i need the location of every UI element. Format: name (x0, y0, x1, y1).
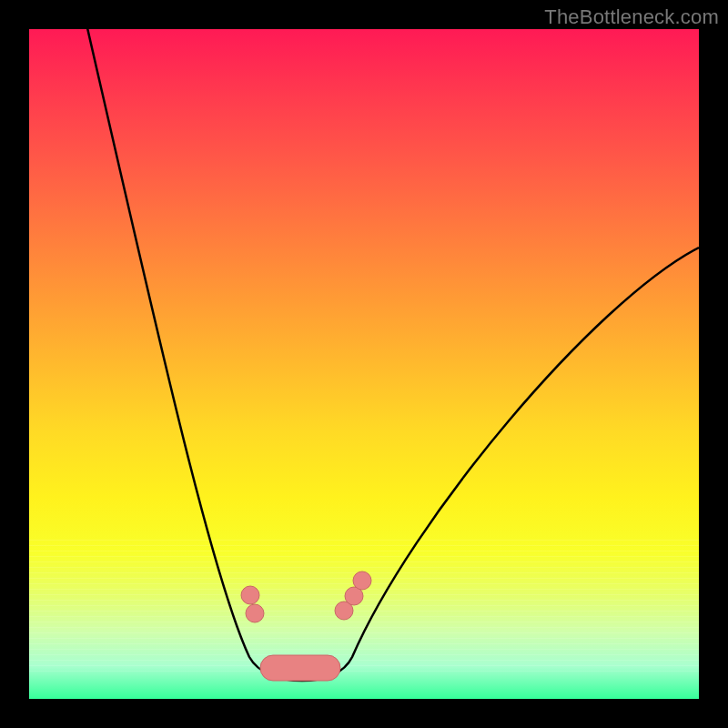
marker-dot (241, 586, 259, 604)
plot-area (29, 29, 699, 699)
chart-frame: TheBottleneck.com (0, 0, 728, 728)
marker-dot (246, 604, 264, 622)
marker-pill (260, 655, 340, 681)
watermark-text: TheBottleneck.com (544, 5, 719, 29)
marker-dot (353, 571, 371, 590)
marker-layer (29, 29, 699, 699)
